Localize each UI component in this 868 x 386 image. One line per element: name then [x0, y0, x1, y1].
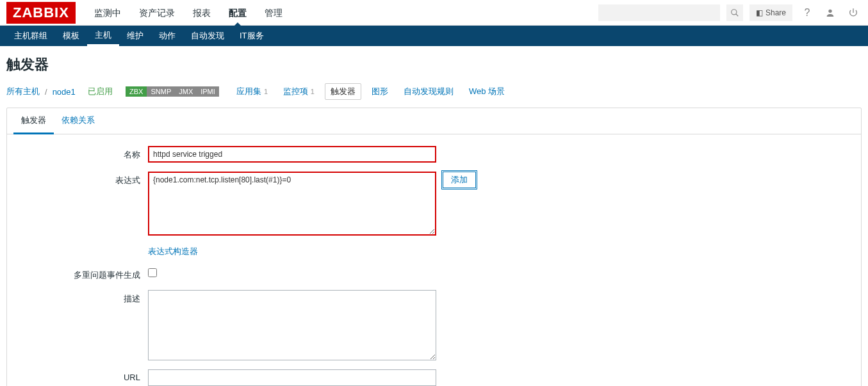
svg-point-2: [828, 9, 831, 12]
description-input[interactable]: [148, 290, 436, 360]
top-right: ◧Share ?: [598, 4, 862, 21]
crumb-apps[interactable]: 应用集 1: [231, 84, 273, 99]
subnav-itservices[interactable]: IT服务: [232, 26, 272, 46]
label-name: 名称: [13, 146, 148, 161]
sub-bar: 主机群组 模板 主机 维护 动作 自动发现 IT服务: [0, 26, 868, 46]
power-icon[interactable]: [845, 4, 862, 21]
name-input[interactable]: [148, 146, 436, 163]
logo[interactable]: ZABBIX: [6, 2, 76, 24]
url-input[interactable]: [148, 369, 436, 386]
badge-jmx: JMX: [175, 86, 197, 97]
nav-inventory[interactable]: 资产记录: [130, 0, 184, 26]
share-button[interactable]: ◧Share: [749, 4, 792, 21]
label-expr: 表达式: [13, 172, 148, 186]
badge-snmp: SNMP: [147, 86, 175, 97]
badge-ipmi: IPMI: [197, 86, 219, 97]
crumb-sep: /: [45, 87, 47, 97]
subnav-templates[interactable]: 模板: [55, 26, 87, 46]
subnav-discovery[interactable]: 自动发现: [183, 26, 232, 46]
svg-line-1: [736, 13, 739, 16]
form: 名称 表达式 {node1.com:net.tcp.listen[80].las…: [7, 134, 861, 386]
subnav-actions[interactable]: 动作: [151, 26, 183, 46]
label-multi: 多重问题事件生成: [13, 266, 148, 281]
top-nav: 监测中 资产记录 报表 配置 管理: [85, 0, 598, 26]
tab-trigger[interactable]: 触发器: [13, 108, 54, 134]
add-button[interactable]: 添加: [443, 172, 476, 188]
subnav-hosts[interactable]: 主机: [87, 26, 119, 46]
nav-config[interactable]: 配置: [220, 0, 256, 26]
expression-input[interactable]: {node1.com:net.tcp.listen[80].last(#1)}=…: [148, 172, 436, 236]
tab-deps[interactable]: 依赖关系: [54, 108, 102, 134]
search-input[interactable]: [598, 4, 720, 21]
badge-zbx: ZBX: [126, 86, 147, 97]
expr-constructor-link[interactable]: 表达式构造器: [148, 246, 198, 257]
page-title: 触发器: [0, 46, 868, 81]
subnav-hostgroups[interactable]: 主机群组: [6, 26, 55, 46]
nav-admin[interactable]: 管理: [256, 0, 291, 26]
top-bar: ZABBIX 监测中 资产记录 报表 配置 管理 ◧Share ?: [0, 0, 868, 26]
crumb-host[interactable]: node1: [53, 87, 76, 97]
crumb-web[interactable]: Web 场景: [464, 84, 510, 99]
search-icon[interactable]: [726, 4, 743, 21]
svg-point-0: [732, 9, 737, 14]
label-desc: 描述: [13, 290, 148, 305]
multi-checkbox[interactable]: [148, 268, 157, 277]
crumb-triggers[interactable]: 触发器: [325, 83, 361, 100]
nav-monitoring[interactable]: 监测中: [85, 0, 130, 26]
crumb-discovery[interactable]: 自动发现规则: [398, 84, 459, 99]
crumb-all-hosts[interactable]: 所有主机: [6, 86, 40, 97]
breadcrumb: 所有主机 / node1 已启用 ZBXSNMPJMXIPMI 应用集 1 监控…: [0, 81, 868, 108]
status-enabled: 已启用: [88, 86, 113, 97]
tabs: 触发器 依赖关系: [7, 108, 861, 134]
crumb-items[interactable]: 监控项 1: [278, 84, 320, 99]
help-icon[interactable]: ?: [799, 4, 815, 21]
content-box: 触发器 依赖关系 名称 表达式 {node1.com:net.tcp.liste…: [6, 108, 862, 386]
nav-reports[interactable]: 报表: [184, 0, 220, 26]
label-url: URL: [13, 369, 148, 382]
crumb-graphs[interactable]: 图形: [366, 84, 393, 99]
user-icon[interactable]: [822, 4, 839, 21]
subnav-maintenance[interactable]: 维护: [119, 26, 151, 46]
